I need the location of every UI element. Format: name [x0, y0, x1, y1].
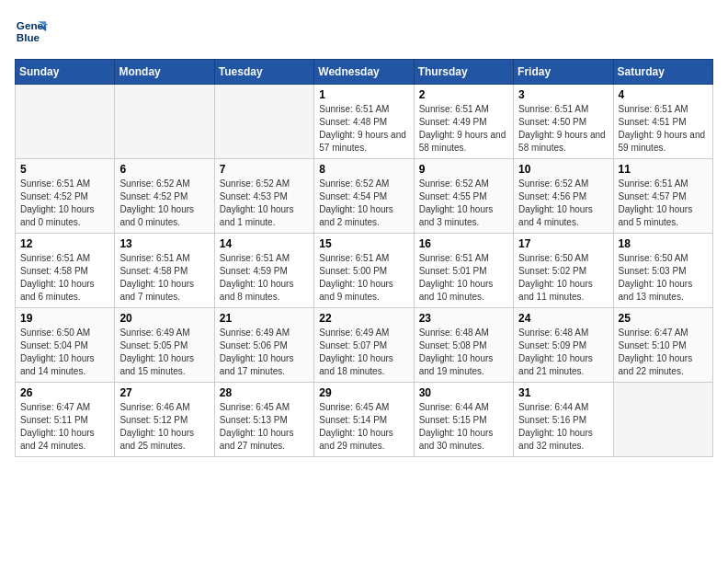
calendar-cell: 7Sunrise: 6:52 AMSunset: 4:53 PMDaylight…: [214, 159, 313, 234]
calendar-week-5: 26Sunrise: 6:47 AMSunset: 5:11 PMDayligh…: [16, 383, 713, 457]
day-number: 7: [220, 163, 309, 176]
calendar-cell: 21Sunrise: 6:49 AMSunset: 5:06 PMDayligh…: [214, 308, 313, 383]
calendar-week-3: 12Sunrise: 6:51 AMSunset: 4:58 PMDayligh…: [16, 234, 713, 308]
day-number: 13: [119, 237, 209, 250]
day-number: 2: [419, 88, 508, 101]
day-number: 27: [119, 386, 209, 399]
calendar-cell: 19Sunrise: 6:50 AMSunset: 5:04 PMDayligh…: [16, 308, 115, 383]
day-number: 4: [619, 88, 708, 101]
day-number: 3: [518, 88, 608, 101]
calendar-cell: 1Sunrise: 6:51 AMSunset: 4:48 PMDaylight…: [314, 85, 414, 159]
day-header-tuesday: Tuesday: [214, 60, 313, 85]
day-number: 10: [518, 163, 608, 176]
calendar-cell: 8Sunrise: 6:52 AMSunset: 4:54 PMDaylight…: [314, 159, 414, 234]
day-number: 12: [20, 237, 109, 250]
day-number: 22: [319, 312, 408, 325]
day-info: Sunrise: 6:49 AMSunset: 5:07 PMDaylight:…: [319, 327, 408, 378]
day-number: 11: [619, 163, 708, 176]
day-number: 9: [419, 163, 508, 176]
day-number: 8: [319, 163, 408, 176]
calendar-cell: 3Sunrise: 6:51 AMSunset: 4:50 PMDaylight…: [514, 85, 613, 159]
day-info: Sunrise: 6:51 AMSunset: 4:48 PMDaylight:…: [319, 103, 408, 155]
day-info: Sunrise: 6:52 AMSunset: 4:53 PMDaylight:…: [220, 178, 309, 229]
day-header-thursday: Thursday: [414, 60, 513, 85]
day-info: Sunrise: 6:44 AMSunset: 5:15 PMDaylight:…: [419, 401, 508, 453]
day-number: 26: [20, 386, 109, 399]
calendar-cell: 14Sunrise: 6:51 AMSunset: 4:59 PMDayligh…: [214, 234, 313, 308]
day-info: Sunrise: 6:47 AMSunset: 5:10 PMDaylight:…: [619, 327, 708, 378]
day-number: 23: [419, 312, 508, 325]
day-info: Sunrise: 6:50 AMSunset: 5:02 PMDaylight:…: [518, 252, 608, 304]
calendar-cell: 20Sunrise: 6:49 AMSunset: 5:05 PMDayligh…: [115, 308, 214, 383]
calendar-cell: 10Sunrise: 6:52 AMSunset: 4:56 PMDayligh…: [514, 159, 613, 234]
day-info: Sunrise: 6:48 AMSunset: 5:08 PMDaylight:…: [419, 327, 508, 378]
day-info: Sunrise: 6:44 AMSunset: 5:16 PMDaylight:…: [518, 401, 608, 453]
calendar-week-2: 5Sunrise: 6:51 AMSunset: 4:52 PMDaylight…: [16, 159, 713, 234]
days-header-row: SundayMondayTuesdayWednesdayThursdayFrid…: [16, 60, 713, 85]
calendar-cell: 23Sunrise: 6:48 AMSunset: 5:08 PMDayligh…: [414, 308, 513, 383]
day-info: Sunrise: 6:49 AMSunset: 5:05 PMDaylight:…: [119, 327, 209, 378]
day-info: Sunrise: 6:51 AMSunset: 4:52 PMDaylight:…: [20, 178, 109, 229]
day-info: Sunrise: 6:52 AMSunset: 4:54 PMDaylight:…: [319, 178, 408, 229]
day-number: 29: [319, 386, 408, 399]
day-info: Sunrise: 6:51 AMSunset: 4:58 PMDaylight:…: [119, 252, 209, 304]
calendar-cell: 13Sunrise: 6:51 AMSunset: 4:58 PMDayligh…: [115, 234, 214, 308]
day-info: Sunrise: 6:50 AMSunset: 5:03 PMDaylight:…: [619, 252, 708, 304]
calendar-cell: 15Sunrise: 6:51 AMSunset: 5:00 PMDayligh…: [314, 234, 414, 308]
calendar-cell: 25Sunrise: 6:47 AMSunset: 5:10 PMDayligh…: [613, 308, 712, 383]
calendar-week-1: 1Sunrise: 6:51 AMSunset: 4:48 PMDaylight…: [16, 85, 713, 159]
calendar-cell: [613, 383, 712, 457]
day-header-friday: Friday: [514, 60, 613, 85]
day-info: Sunrise: 6:51 AMSunset: 5:01 PMDaylight:…: [419, 252, 508, 304]
page-header: General Blue: [15, 15, 713, 48]
calendar-cell: 4Sunrise: 6:51 AMSunset: 4:51 PMDaylight…: [613, 85, 712, 159]
calendar-cell: 12Sunrise: 6:51 AMSunset: 4:58 PMDayligh…: [16, 234, 115, 308]
calendar-cell: [16, 85, 115, 159]
calendar-cell: [214, 85, 313, 159]
day-info: Sunrise: 6:51 AMSunset: 4:49 PMDaylight:…: [419, 103, 508, 155]
day-info: Sunrise: 6:51 AMSunset: 4:51 PMDaylight:…: [619, 103, 708, 155]
day-header-wednesday: Wednesday: [314, 60, 414, 85]
calendar-cell: 9Sunrise: 6:52 AMSunset: 4:55 PMDaylight…: [414, 159, 513, 234]
day-info: Sunrise: 6:50 AMSunset: 5:04 PMDaylight:…: [20, 327, 109, 378]
calendar-cell: 24Sunrise: 6:48 AMSunset: 5:09 PMDayligh…: [514, 308, 613, 383]
calendar-cell: 26Sunrise: 6:47 AMSunset: 5:11 PMDayligh…: [16, 383, 115, 457]
day-number: 5: [20, 163, 109, 176]
calendar-cell: 22Sunrise: 6:49 AMSunset: 5:07 PMDayligh…: [314, 308, 414, 383]
day-info: Sunrise: 6:52 AMSunset: 4:55 PMDaylight:…: [419, 178, 508, 229]
calendar-table: SundayMondayTuesdayWednesdayThursdayFrid…: [15, 59, 713, 457]
svg-text:General: General: [17, 19, 48, 31]
day-number: 24: [518, 312, 608, 325]
day-number: 28: [220, 386, 309, 399]
day-info: Sunrise: 6:48 AMSunset: 5:09 PMDaylight:…: [518, 327, 608, 378]
calendar-cell: 5Sunrise: 6:51 AMSunset: 4:52 PMDaylight…: [16, 159, 115, 234]
day-number: 31: [518, 386, 608, 399]
day-header-sunday: Sunday: [16, 60, 115, 85]
day-info: Sunrise: 6:51 AMSunset: 4:57 PMDaylight:…: [619, 178, 708, 229]
calendar-cell: 2Sunrise: 6:51 AMSunset: 4:49 PMDaylight…: [414, 85, 513, 159]
calendar-cell: 16Sunrise: 6:51 AMSunset: 5:01 PMDayligh…: [414, 234, 513, 308]
day-number: 19: [20, 312, 109, 325]
calendar-cell: [115, 85, 214, 159]
calendar-cell: 29Sunrise: 6:45 AMSunset: 5:14 PMDayligh…: [314, 383, 414, 457]
day-number: 25: [619, 312, 708, 325]
calendar-cell: 11Sunrise: 6:51 AMSunset: 4:57 PMDayligh…: [613, 159, 712, 234]
day-number: 14: [220, 237, 309, 250]
day-number: 1: [319, 88, 408, 101]
day-info: Sunrise: 6:45 AMSunset: 5:14 PMDaylight:…: [319, 401, 408, 453]
calendar-cell: 17Sunrise: 6:50 AMSunset: 5:02 PMDayligh…: [514, 234, 613, 308]
day-number: 21: [220, 312, 309, 325]
day-info: Sunrise: 6:45 AMSunset: 5:13 PMDaylight:…: [220, 401, 309, 453]
day-header-saturday: Saturday: [613, 60, 712, 85]
calendar-week-4: 19Sunrise: 6:50 AMSunset: 5:04 PMDayligh…: [16, 308, 713, 383]
day-info: Sunrise: 6:52 AMSunset: 4:56 PMDaylight:…: [518, 178, 608, 229]
svg-text:Blue: Blue: [17, 31, 40, 43]
day-info: Sunrise: 6:46 AMSunset: 5:12 PMDaylight:…: [119, 401, 209, 453]
calendar-cell: 27Sunrise: 6:46 AMSunset: 5:12 PMDayligh…: [115, 383, 214, 457]
calendar-cell: 31Sunrise: 6:44 AMSunset: 5:16 PMDayligh…: [514, 383, 613, 457]
calendar-cell: 18Sunrise: 6:50 AMSunset: 5:03 PMDayligh…: [613, 234, 712, 308]
day-info: Sunrise: 6:52 AMSunset: 4:52 PMDaylight:…: [119, 178, 209, 229]
day-number: 15: [319, 237, 408, 250]
day-info: Sunrise: 6:51 AMSunset: 4:50 PMDaylight:…: [518, 103, 608, 155]
day-number: 18: [619, 237, 708, 250]
